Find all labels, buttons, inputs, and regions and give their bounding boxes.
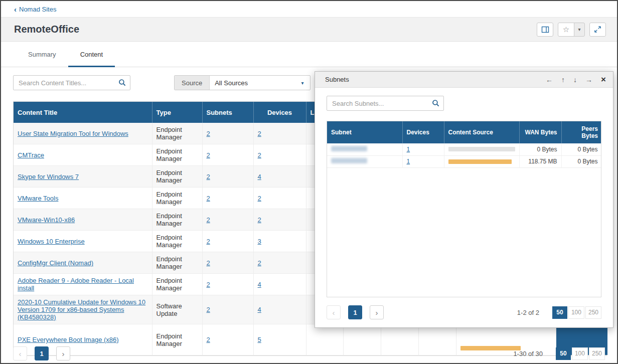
- tab-summary[interactable]: Summary: [16, 42, 68, 67]
- chevron-down-icon: ▾: [578, 27, 580, 32]
- subnets-search-box: [327, 96, 444, 111]
- subnets-count-link[interactable]: 2: [207, 238, 210, 245]
- page-size-button[interactable]: 50: [556, 347, 571, 360]
- subnets-count-link[interactable]: 2: [207, 306, 210, 313]
- pagination-next-button[interactable]: ›: [370, 305, 384, 319]
- content-title-link[interactable]: Adobe Reader 9 - Adobe Reader - Local in…: [18, 277, 134, 292]
- page-size-button[interactable]: 250: [585, 306, 601, 319]
- devices-count-link[interactable]: 4: [258, 173, 261, 180]
- devices-count-link[interactable]: 2: [258, 130, 261, 137]
- star-icon: ☆: [563, 25, 569, 34]
- subnet-cell: [327, 155, 402, 167]
- subnets-count-link[interactable]: 2: [207, 130, 210, 137]
- content-title-cell: Skype for Windows 7: [14, 166, 152, 188]
- subnets-search-input[interactable]: [327, 100, 428, 107]
- column-header[interactable]: Peers Bytes: [561, 121, 601, 143]
- content-title-link[interactable]: 2020-10 Cumulative Update for Windows 10…: [18, 298, 145, 321]
- content-source-cell: [444, 155, 519, 167]
- tab-content[interactable]: Content: [68, 42, 115, 67]
- page-size-button[interactable]: 100: [572, 347, 588, 360]
- subnets-count-link[interactable]: 2: [207, 281, 210, 288]
- subnets-count-link[interactable]: 2: [207, 173, 210, 180]
- column-header[interactable]: Subnet: [327, 121, 402, 143]
- page-size-button[interactable]: 100: [568, 306, 584, 319]
- subnets-cell: 2: [202, 166, 253, 188]
- subnets-table-header-row: SubnetDevicesContent SourceWAN BytesPeer…: [327, 121, 601, 143]
- type-cell: Endpoint Manager: [152, 231, 202, 252]
- devices-count-link[interactable]: 4: [258, 281, 261, 288]
- page-size-button[interactable]: 50: [552, 306, 567, 319]
- pagination-range: 1-30 of 30: [513, 350, 543, 357]
- page-size-button[interactable]: 250: [589, 347, 605, 360]
- favorite-dropdown-button[interactable]: ▾: [574, 23, 585, 37]
- subnets-cell: 2: [202, 188, 253, 209]
- devices-cell: 2: [253, 144, 306, 166]
- content-title-link[interactable]: User State Migration Tool for Windows: [18, 130, 128, 137]
- pagination-prev-button[interactable]: ‹: [13, 346, 27, 360]
- move-left-icon[interactable]: ←: [546, 76, 553, 83]
- column-header[interactable]: Type: [152, 102, 202, 123]
- subnets-pagination: ‹1›1-2 of 250100250: [327, 305, 601, 319]
- content-title-link[interactable]: Skype for Windows 7: [18, 173, 79, 180]
- subnets-count-link[interactable]: 2: [207, 195, 210, 202]
- close-icon[interactable]: ×: [601, 75, 606, 84]
- content-title-link[interactable]: PXE Everywhere Boot Image (x86): [18, 336, 119, 343]
- subnets-count-link[interactable]: 2: [207, 216, 210, 224]
- subnets-count-link[interactable]: 2: [207, 259, 210, 267]
- search-icon[interactable]: [115, 79, 130, 87]
- column-header[interactable]: Subnets: [202, 102, 253, 123]
- content-source-bar: [448, 147, 515, 151]
- devices-count-link[interactable]: 3: [258, 238, 261, 245]
- column-header[interactable]: Content Title: [14, 102, 152, 123]
- devices-count-link[interactable]: 2: [258, 216, 261, 224]
- favorite-star-button[interactable]: ☆: [558, 23, 574, 37]
- devices-count-link[interactable]: 2: [258, 151, 261, 159]
- pagination-page-button[interactable]: 1: [35, 346, 49, 360]
- content-title-link[interactable]: Windows 10 Enterprise: [18, 238, 85, 245]
- column-header[interactable]: WAN Bytes: [519, 121, 561, 143]
- move-right-icon[interactable]: →: [585, 76, 592, 83]
- content-title-cell: VMware Tools: [14, 188, 152, 209]
- search-icon[interactable]: [428, 99, 443, 107]
- move-up-icon[interactable]: ↑: [561, 76, 565, 83]
- app-window: ‹ Nomad Sites RemoteOffice ☆ ▾: [0, 0, 618, 364]
- devices-count-link[interactable]: 1: [407, 158, 410, 165]
- subnets-count-link[interactable]: 2: [207, 151, 210, 159]
- pagination-next-button[interactable]: ›: [56, 346, 70, 360]
- column-header[interactable]: Devices: [402, 121, 444, 143]
- subnets-cell: 2: [202, 252, 253, 274]
- devices-cell: 3: [253, 231, 306, 252]
- subnets-count-link[interactable]: 2: [207, 336, 210, 343]
- expand-button[interactable]: [589, 23, 606, 37]
- chevron-down-icon: ▾: [295, 76, 310, 90]
- subnets-table-body: 10 Bytes0 Bytes1118.75 MB0 Bytes: [327, 143, 601, 167]
- devices-count-link[interactable]: 2: [258, 195, 261, 202]
- breadcrumb-bar: ‹ Nomad Sites: [1, 1, 617, 18]
- source-filter-label: Source: [175, 76, 210, 90]
- type-cell: Endpoint Manager: [152, 123, 202, 144]
- devices-count-link[interactable]: 1: [407, 146, 410, 153]
- content-title-link[interactable]: VMware Tools: [18, 195, 58, 202]
- content-title-link[interactable]: VMware-Win10-x86: [18, 216, 75, 224]
- page-size-group: 50100250: [552, 306, 601, 319]
- devices-count-link[interactable]: 2: [258, 259, 261, 267]
- source-filter[interactable]: Source All Sources ▾: [174, 75, 311, 90]
- subnets-panel-actions: ← ↑ ↓ → ×: [546, 75, 606, 84]
- column-header[interactable]: Devices: [253, 102, 306, 123]
- devices-cell: 2: [253, 188, 306, 209]
- pagination-page-button[interactable]: 1: [348, 305, 362, 319]
- column-header[interactable]: Content Source: [444, 121, 519, 143]
- content-search-input[interactable]: [14, 79, 115, 87]
- devices-count-link[interactable]: 5: [258, 336, 261, 343]
- devices-cell: 2: [253, 252, 306, 274]
- move-down-icon[interactable]: ↓: [573, 76, 577, 83]
- content-title-link[interactable]: CMTrace: [18, 151, 44, 159]
- content-title-cell: Adobe Reader 9 - Adobe Reader - Local in…: [14, 274, 152, 295]
- breadcrumb[interactable]: ‹ Nomad Sites: [14, 6, 56, 13]
- content-title-link[interactable]: ConfigMgr Client (Nomad): [18, 259, 93, 267]
- layout-panel-button[interactable]: [537, 23, 553, 37]
- pagination-prev-button[interactable]: ‹: [327, 305, 341, 319]
- subnets-cell: 2: [202, 295, 253, 324]
- content-title-cell: ConfigMgr Client (Nomad): [14, 252, 152, 274]
- devices-count-link[interactable]: 4: [258, 306, 261, 313]
